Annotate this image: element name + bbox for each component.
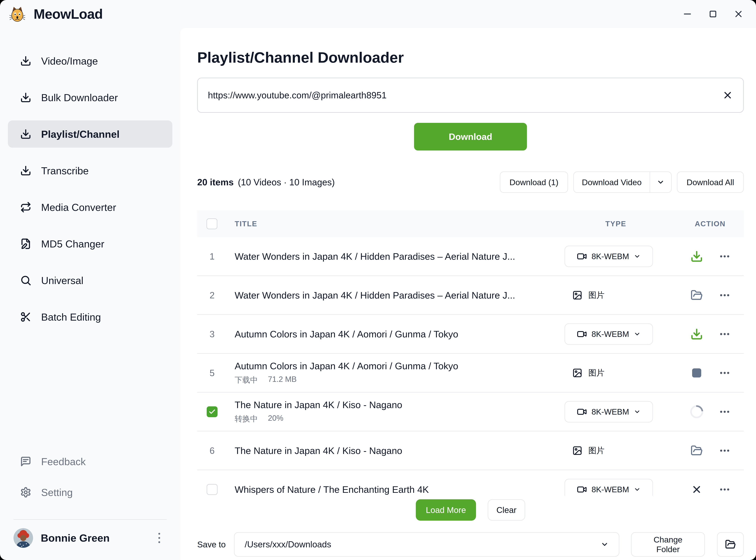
more-horizontal-icon[interactable]: [716, 409, 733, 414]
download-selected-button[interactable]: Download (1): [500, 172, 568, 193]
download-button[interactable]: Download: [414, 123, 527, 151]
row-title: The Nature in Japan 4K / Kiso - Nagano: [235, 399, 542, 410]
download-video-dropdown[interactable]: [650, 172, 671, 192]
row-action-cell: [683, 315, 744, 353]
row-title: Autumn Colors in Japan 4K / Aomori / Gun…: [235, 360, 542, 371]
select-all-checkbox[interactable]: [206, 218, 217, 229]
profile-row[interactable]: Bonnie Green: [8, 528, 172, 548]
more-horizontal-icon[interactable]: [716, 254, 733, 259]
sidebar-item-label: Batch Editing: [41, 311, 101, 323]
search-icon: [20, 275, 31, 286]
row-title: Autumn Colors in Japan 4K / Aomori / Gun…: [235, 329, 542, 340]
sidebar-item-label: Feedback: [41, 456, 86, 467]
more-vertical-icon[interactable]: [155, 531, 164, 545]
clear-button[interactable]: Clear: [488, 499, 525, 521]
format-select-chip[interactable]: 8K-WEBM: [564, 401, 653, 422]
sidebar-item-transcribe[interactable]: Transcribe: [8, 157, 172, 184]
more-horizontal-icon[interactable]: [716, 370, 733, 376]
download-icon: [20, 128, 31, 140]
spinner-icon: [688, 402, 706, 421]
download-action-icon[interactable]: [690, 328, 703, 340]
table-row[interactable]: Whispers of Nature / The Enchanting Eart…: [197, 470, 744, 496]
sidebar-item-label: Setting: [41, 486, 73, 498]
row-checkbox-checked[interactable]: [207, 406, 218, 417]
save-path-value: /Users/xxx/Downloads: [245, 539, 331, 549]
open-folder-button[interactable]: [717, 532, 744, 557]
stop-action-icon[interactable]: [692, 368, 701, 378]
column-type: TYPE: [605, 211, 626, 237]
more-horizontal-icon[interactable]: [716, 448, 733, 453]
message-icon: [20, 456, 31, 467]
gear-icon: [20, 487, 31, 498]
sidebar-item-label: Universal: [41, 275, 83, 286]
more-horizontal-icon[interactable]: [716, 332, 733, 337]
table-row[interactable]: 6 The Nature in Japan 4K / Kiso - Nagano: [197, 432, 744, 470]
download-all-button[interactable]: Download All: [677, 172, 744, 193]
chevron-down-icon: [634, 486, 641, 493]
sidebar-item-media-converter[interactable]: Media Converter: [8, 194, 172, 221]
open-folder-action-icon[interactable]: [691, 444, 703, 457]
clear-input-icon[interactable]: [722, 90, 733, 101]
row-checkbox[interactable]: [207, 484, 218, 495]
chevron-down-icon: [634, 408, 641, 415]
download-video-label[interactable]: Download Video: [574, 172, 650, 192]
meowload-cat-logo-icon: [9, 5, 25, 23]
table-header: TITLE TYPE ACTION: [197, 211, 744, 237]
image-type-label: 图片: [588, 290, 604, 301]
change-folder-button[interactable]: Change Folder: [631, 532, 705, 557]
row-number: 6: [210, 445, 215, 456]
sidebar-item-playlist-channel[interactable]: Playlist/Channel: [8, 120, 172, 148]
row-select-cell: 3: [197, 315, 227, 353]
download-icon: [20, 92, 31, 103]
table-row[interactable]: 5 Autumn Colors in Japan 4K / Aomori / G…: [197, 354, 744, 393]
format-select-chip[interactable]: 8K-WEBM: [564, 479, 653, 496]
download-video-split-button[interactable]: Download Video: [573, 172, 672, 193]
row-title: Water Wonders in Japan 4K / Hidden Parad…: [235, 251, 542, 262]
page-title: Playlist/Channel Downloader: [197, 49, 744, 66]
table-row[interactable]: 1 Water Wonders in Japan 4K / Hidden Par…: [197, 237, 744, 276]
sidebar-item-feedback[interactable]: Feedback: [8, 448, 172, 475]
sidebar-divider: [14, 519, 167, 520]
format-select-chip[interactable]: 8K-WEBM: [564, 323, 653, 345]
sidebar-item-label: MD5 Changer: [41, 238, 104, 250]
sidebar-item-label: Bulk Downloader: [41, 92, 118, 103]
image-icon: [572, 445, 582, 456]
close-icon[interactable]: [733, 9, 744, 19]
minimize-icon[interactable]: [682, 9, 693, 19]
window-controls: [682, 9, 744, 19]
maximize-icon[interactable]: [708, 9, 718, 19]
sidebar-item-batch-editing[interactable]: Batch Editing: [8, 303, 172, 331]
items-detail: (10 Videos · 10 Images): [238, 177, 335, 187]
main-content: Playlist/Channel Downloader https://www.…: [180, 28, 756, 560]
row-status: 下载中 71.2 MB: [235, 375, 542, 385]
folder-open-icon: [725, 539, 736, 550]
url-input[interactable]: https://www.youtube.com/@primalearth8951: [197, 78, 744, 113]
sidebar-item-video-image[interactable]: Video/Image: [8, 47, 172, 75]
sidebar-item-bulk-downloader[interactable]: Bulk Downloader: [8, 84, 172, 111]
table-row[interactable]: The Nature in Japan 4K / Kiso - Nagano 转…: [197, 393, 744, 432]
table-row[interactable]: 3 Autumn Colors in Japan 4K / Aomori / G…: [197, 315, 744, 354]
row-action-cell: [683, 393, 744, 431]
row-title: The Nature in Japan 4K / Kiso - Nagano: [235, 445, 542, 456]
load-more-button[interactable]: Load More: [416, 499, 476, 521]
sidebar-item-universal[interactable]: Universal: [8, 267, 172, 294]
download-action-icon[interactable]: [690, 250, 703, 263]
format-label: 8K-WEBM: [592, 407, 629, 417]
cancel-action-icon[interactable]: [691, 484, 702, 495]
column-action: ACTION: [695, 211, 725, 237]
sidebar-item-md5-changer[interactable]: MD5 Changer: [8, 230, 172, 257]
image-type-label: 图片: [588, 445, 604, 456]
format-label: 8K-WEBM: [592, 485, 629, 494]
row-type-cell: 图片: [564, 354, 604, 392]
url-value: https://www.youtube.com/@primalearth8951: [208, 90, 386, 100]
table-row[interactable]: 2 Water Wonders in Japan 4K / Hidden Par…: [197, 276, 744, 315]
open-folder-action-icon[interactable]: [691, 289, 703, 301]
more-horizontal-icon[interactable]: [716, 487, 733, 492]
row-number: 3: [210, 329, 215, 339]
sidebar-item-setting[interactable]: Setting: [8, 479, 172, 506]
row-type-cell: 8K-WEBM: [564, 470, 653, 496]
format-select-chip[interactable]: 8K-WEBM: [564, 246, 653, 267]
more-horizontal-icon[interactable]: [716, 293, 733, 298]
row-action-cell: [683, 276, 744, 314]
save-path-select[interactable]: /Users/xxx/Downloads: [234, 532, 619, 557]
